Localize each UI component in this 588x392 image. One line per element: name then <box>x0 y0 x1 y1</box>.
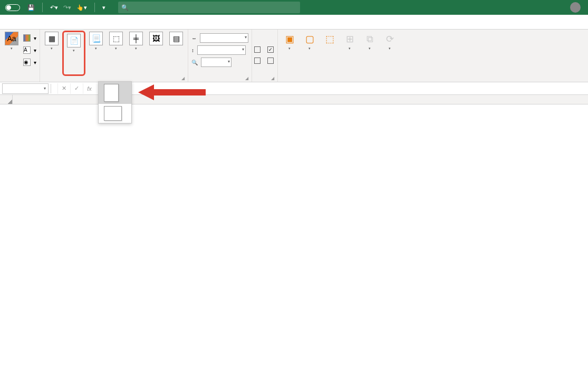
launcher-icon[interactable]: ◢ <box>271 76 274 81</box>
width-icon: ↔ <box>191 35 197 41</box>
group-arrange-label <box>280 80 586 82</box>
colors-button[interactable]: ▾ <box>22 32 37 44</box>
autosave-toggle[interactable] <box>3 4 20 11</box>
group-arrange: ▣▾ ▢▾ ⬚ ⊞▾ ⧉▾ ⟳▾ <box>278 30 588 82</box>
enter-icon[interactable]: ✓ <box>70 83 83 94</box>
group-page-setup: ▦▾ 📄▾ 📃▾ ⬚▾ ╪▾ 🖼 ▤ ◢ <box>40 30 188 82</box>
launcher-icon[interactable]: ◢ <box>181 76 185 81</box>
undo-icon[interactable]: ↶▾ <box>50 4 58 11</box>
cancel-icon[interactable]: ✕ <box>57 83 70 94</box>
avatar <box>570 2 581 13</box>
group-button[interactable]: ⧉▾ <box>360 31 379 72</box>
print-titles-button[interactable]: ▤ <box>167 31 186 72</box>
group-themes-label <box>2 80 37 82</box>
orientation-dropdown <box>98 81 132 123</box>
user-account[interactable] <box>567 2 581 13</box>
orientation-button[interactable]: 📄▾ <box>64 33 83 74</box>
scale-spinner[interactable] <box>201 58 232 67</box>
fonts-button[interactable]: A▾ <box>22 44 37 56</box>
quick-access-toolbar: 💾 ↶▾ ↷▾ 👆▾ ▾ <box>27 3 105 12</box>
height-icon: ↕ <box>191 47 194 53</box>
column-headers <box>0 95 588 104</box>
background-button[interactable]: 🖼 <box>147 31 166 72</box>
group-sheet-options-label: ◢ <box>254 80 275 82</box>
orientation-highlight: 📄▾ <box>62 31 85 76</box>
breaks-button[interactable]: ╪▾ <box>127 31 146 72</box>
print-area-button[interactable]: ⬚▾ <box>107 31 126 72</box>
red-arrow-annotation <box>138 82 207 103</box>
headings-view-checkbox[interactable]: ✓ <box>267 44 275 55</box>
margins-button[interactable]: ▦▾ <box>42 31 61 72</box>
gridlines-heading <box>254 32 262 44</box>
landscape-page-icon <box>104 106 122 121</box>
ribbon: Aa ▾ ▾ A▾ ◉▾ ▦▾ 📄▾ 📃▾ ⬚▾ ╪▾ 🖼 ▤ ◢ <box>0 30 588 82</box>
group-scale: ↔ ↕ 🔍 ◢ <box>188 30 252 82</box>
gridlines-view-checkbox[interactable] <box>254 44 262 55</box>
selection-pane-button[interactable]: ⬚ <box>320 31 339 72</box>
redo-icon[interactable]: ↷▾ <box>63 4 71 11</box>
launcher-icon[interactable]: ◢ <box>245 76 248 81</box>
size-button[interactable]: 📃▾ <box>86 31 105 72</box>
qat-customize-icon[interactable]: ▾ <box>102 4 105 11</box>
portrait-page-icon <box>104 84 119 102</box>
scale-icon: 🔍 <box>191 60 198 65</box>
ribbon-tabs <box>0 15 588 30</box>
search-icon: 🔍 <box>121 4 129 11</box>
group-sheet-options: ✓ ◢ <box>252 30 278 82</box>
chevron-down-icon: ▾ <box>44 86 46 91</box>
svg-marker-0 <box>138 84 206 100</box>
title-bar: 💾 ↶▾ ↷▾ 👆▾ ▾ 🔍 <box>0 0 588 15</box>
width-combo[interactable] <box>200 33 248 43</box>
headings-print-checkbox[interactable] <box>267 55 275 66</box>
select-all-triangle[interactable] <box>0 95 13 104</box>
group-themes: Aa ▾ ▾ A▾ ◉▾ <box>0 30 40 82</box>
toggle-switch <box>5 4 20 11</box>
touch-mode-icon[interactable]: 👆▾ <box>76 4 87 11</box>
name-box[interactable]: ▾ <box>2 83 49 94</box>
bring-forward-button[interactable]: ▣▾ <box>280 31 299 72</box>
orientation-portrait[interactable] <box>99 82 131 104</box>
send-backward-button[interactable]: ▢▾ <box>300 31 319 72</box>
height-combo[interactable] <box>197 45 246 55</box>
rotate-button[interactable]: ⟳▾ <box>380 31 399 72</box>
align-button[interactable]: ⊞▾ <box>340 31 359 72</box>
formula-bar: ▾ ✕ ✓ fx <box>0 82 588 95</box>
save-icon[interactable]: 💾 <box>27 4 35 11</box>
gridlines-print-checkbox[interactable] <box>254 55 262 66</box>
orientation-landscape[interactable] <box>99 104 131 123</box>
effects-button[interactable]: ◉▾ <box>22 56 37 68</box>
themes-button[interactable]: Aa ▾ <box>2 31 21 72</box>
headings-heading <box>267 32 275 44</box>
fx-icon[interactable]: fx <box>83 83 95 94</box>
search-box[interactable]: 🔍 <box>118 2 300 13</box>
